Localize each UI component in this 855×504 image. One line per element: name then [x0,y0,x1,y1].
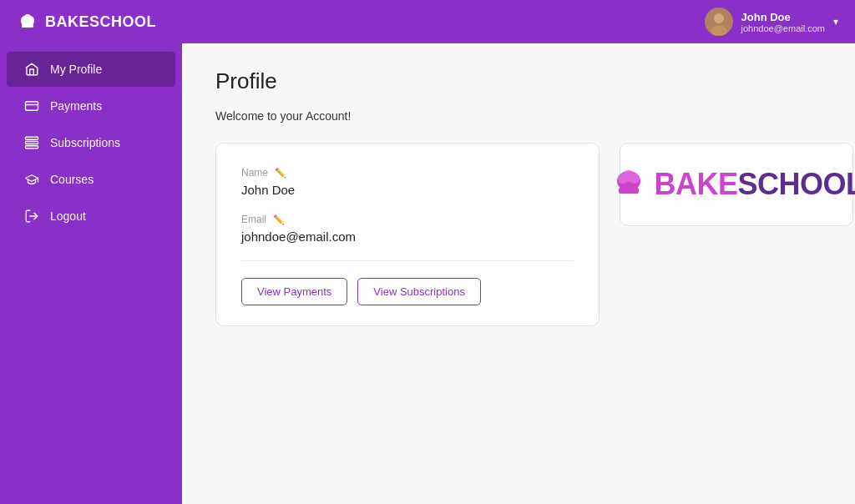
svg-rect-10 [26,137,38,139]
svg-rect-8 [26,102,38,111]
sidebar-label-payments: Payments [50,99,102,113]
brand-logo-card: BAKESCHOOL [620,143,853,226]
email-value: johndoe@email.com [241,229,574,244]
view-payments-button[interactable]: View Payments [241,278,347,305]
email-field-section: Email ✏️ johndoe@email.com [241,214,574,244]
email-edit-icon[interactable]: ✏️ [273,214,285,225]
name-label: Name [241,167,268,179]
sidebar: My Profile Payments Subscriptions Course… [0,43,182,504]
email-label-row: Email ✏️ [241,214,574,225]
svg-rect-1 [22,24,33,28]
sidebar-label-my-profile: My Profile [50,63,102,76]
svg-point-6 [714,13,724,23]
name-field-section: Name ✏️ John Doe [241,167,574,197]
name-edit-icon[interactable]: ✏️ [275,168,286,179]
home-icon [23,62,40,77]
payments-icon [23,98,40,113]
subscriptions-icon [23,135,40,150]
courses-icon [23,172,40,187]
logout-icon [23,209,40,224]
brand-chef-hat-icon [609,164,649,204]
name-label-row: Name ✏️ [241,167,574,179]
sidebar-item-payments[interactable]: Payments [7,88,175,123]
user-email: johndoe@email.com [741,23,825,33]
svg-rect-18 [619,188,639,194]
chevron-down-icon: ▾ [833,16,838,28]
sidebar-item-my-profile[interactable]: My Profile [7,52,175,87]
button-row: View Payments View Subscriptions [241,278,574,305]
card-divider [241,260,574,261]
svg-rect-11 [26,142,38,144]
user-menu[interactable]: John Doe johndoe@email.com ▾ [705,8,838,36]
sidebar-label-logout: Logout [50,209,86,223]
brand-logo: BAKESCHOOL [609,164,855,204]
svg-rect-12 [26,146,38,149]
name-value: John Doe [241,183,574,197]
welcome-text: Welcome to your Account! [215,109,822,123]
brand-bake-text: BAKE [654,167,737,201]
logo-text: BAKESCHOOL [45,13,156,31]
app-layout: My Profile Payments Subscriptions Course… [0,43,855,504]
logo-chef-hat-icon [17,11,38,33]
page-title: Profile [215,68,822,94]
view-subscriptions-button[interactable]: View Subscriptions [357,278,481,305]
app-header: BAKESCHOOL John Doe johndoe@email.com ▾ [0,0,855,43]
logo-area: BAKESCHOOL [17,11,156,33]
brand-logo-text: BAKESCHOOL [654,167,855,202]
email-label: Email [241,214,266,225]
svg-point-17 [623,170,635,182]
sidebar-item-courses[interactable]: Courses [7,162,175,197]
profile-card: Name ✏️ John Doe Email ✏️ johndoe@email.… [215,143,600,326]
user-name: John Doe [741,11,825,23]
main-content: Profile Welcome to your Account! Name ✏️… [182,43,855,504]
sidebar-label-courses: Courses [50,173,94,186]
avatar [705,8,733,36]
brand-school-text: SCHOOL [738,167,856,201]
sidebar-item-logout[interactable]: Logout [7,199,175,234]
sidebar-label-subscriptions: Subscriptions [50,136,120,149]
content-row: Name ✏️ John Doe Email ✏️ johndoe@email.… [215,143,822,326]
user-info: John Doe johndoe@email.com [741,11,825,33]
sidebar-item-subscriptions[interactable]: Subscriptions [7,125,175,160]
svg-point-4 [24,14,31,21]
